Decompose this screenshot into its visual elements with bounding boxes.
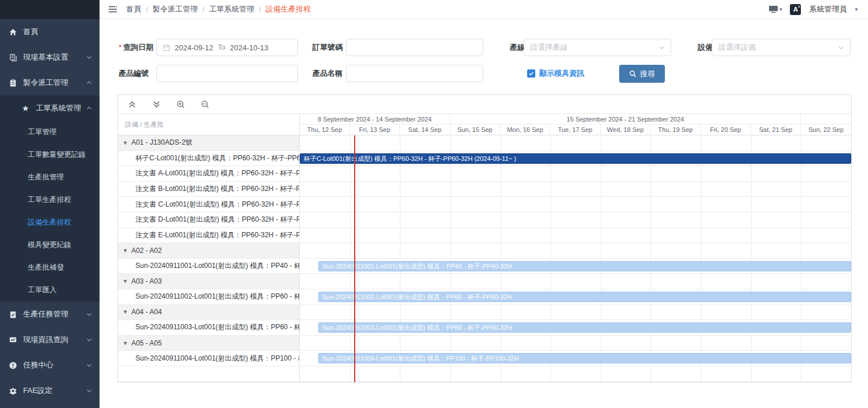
collapse-triangle-icon[interactable]: ▼ xyxy=(123,309,128,315)
show-mold-label: 顯示模具資訊 xyxy=(539,68,584,79)
gantt-task-row[interactable]: Sun-20240911002-Lot001(射出成型) 模具：PP60 - 杯… xyxy=(118,289,299,305)
gantt-task-row[interactable]: 注文書 C-Lot001(射出成型) 模具：PP60-32H - 杯子-PP6.… xyxy=(118,197,299,212)
gantt-task-row[interactable]: 注文書 B-Lot001(射出成型) 模具：PP60-32H - 杯子-PP6.… xyxy=(118,182,299,197)
zoom-out-icon[interactable] xyxy=(200,100,209,109)
gantt-task-row[interactable]: Sun-20240911001-Lot001(射出成型) 模具：PP40 - 杯… xyxy=(118,259,299,274)
gantt-group-row[interactable]: ▼A02 - A02 xyxy=(118,243,299,259)
zoom-in-icon[interactable] xyxy=(176,100,185,109)
gantt-bar[interactable]: Sun-20240911002-Lot001(射出成型) 模具：PP60 - 杯… xyxy=(318,292,851,302)
search-button[interactable]: 搜尋 xyxy=(619,65,665,83)
group-label: A03 - A03 xyxy=(131,277,162,285)
gantt-task-row[interactable]: Sun-20240911003-Lot001(射出成型) 模具：PP60 - 杯… xyxy=(118,320,299,336)
day-header-cell: Sun, 15 Sep xyxy=(450,124,501,135)
gear-icon xyxy=(8,386,17,395)
product-code-input[interactable] xyxy=(156,65,298,82)
collapse-triangle-icon[interactable]: ▼ xyxy=(123,140,128,146)
sidebar-subitem-設備生產排程[interactable]: 設備生產排程 xyxy=(0,211,100,234)
order-number-input[interactable] xyxy=(346,39,483,56)
sidebar-subitem-工單匯入[interactable]: 工單匯入 xyxy=(0,279,100,302)
sidebar-item-label: 現場基本設置 xyxy=(23,52,86,63)
resource-column-header: 設備 / 生產批 xyxy=(118,114,300,135)
user-caret-icon: ▾ xyxy=(855,6,858,12)
timeline-row xyxy=(300,182,851,197)
sidebar-item-生產任務管理[interactable]: 生產任務管理 xyxy=(0,302,100,327)
task-label: 注文書 C-Lot001(射出成型) 模具：PP60-32H - 杯子-PP6.… xyxy=(135,200,299,209)
gantt-group-row[interactable]: ▼A01 - J130ADS-2號 xyxy=(118,135,299,151)
collapse-triangle-icon[interactable]: ▼ xyxy=(123,278,128,284)
sidebar-item-label: 生產任務管理 xyxy=(23,309,86,319)
sidebar-subitem-模具變更紀錄[interactable]: 模具變更紀錄 xyxy=(0,234,100,256)
sidebar-item-FAE設定[interactable]: FAE設定 xyxy=(0,378,100,403)
gantt-empty-row xyxy=(118,366,299,382)
monitor-chart-icon xyxy=(8,335,17,344)
display-icon[interactable]: ▾ xyxy=(768,5,782,14)
gantt-task-row[interactable]: 注文書 E-Lot001(射出成型) 模具：PP60-32H - 杯子-PP6.… xyxy=(118,228,299,244)
breadcrumb-item-工單系統管理[interactable]: 工單系統管理 xyxy=(209,4,254,14)
sidebar-subitem-生產批管理[interactable]: 生產批管理 xyxy=(0,166,100,189)
breadcrumb-separator: / xyxy=(259,5,261,14)
task-label: 注文書 E-Lot001(射出成型) 模具：PP60-32H - 杯子-PP6.… xyxy=(135,230,299,240)
language-icon[interactable]: Az xyxy=(790,4,801,15)
breadcrumb-item-首頁[interactable]: 首頁 xyxy=(126,4,141,14)
sidebar-item-現場資訊查詢[interactable]: 現場資訊查詢 xyxy=(0,327,100,352)
show-mold-checkbox[interactable]: 顯示模具資訊 xyxy=(527,68,584,79)
sidebar-item-工單系統管理[interactable]: ★工單系統管理 xyxy=(0,95,100,121)
breadcrumb-separator: / xyxy=(203,5,205,14)
gantt-bar[interactable]: Sun-20240911004-Lot001(射出成型) 模具：PP100 - … xyxy=(318,353,851,363)
gantt-task-row[interactable]: 注文書 A-Lot001(射出成型) 模具：PP60-32H - 杯子-PP6.… xyxy=(118,166,299,182)
group-label: A02 - A02 xyxy=(131,247,162,255)
sidebar-item-製令派工管理[interactable]: 製令派工管理 xyxy=(0,70,100,95)
production-line-label: 產線 xyxy=(510,39,525,56)
timeline-row xyxy=(300,197,851,212)
collapse-triangle-icon[interactable]: ▼ xyxy=(123,248,128,253)
timeline-row xyxy=(300,366,851,382)
order-number-label: 訂單號碼 xyxy=(312,39,343,56)
sidebar-item-現場基本設置[interactable]: 現場基本設置 xyxy=(0,45,100,70)
timeline-row xyxy=(300,212,851,228)
gantt-bar[interactable]: 杯子C-Lot001(射出成型) 模具：PP60-32H - 杯子-PP60-3… xyxy=(300,153,851,164)
sidebar-subitem-生產批補發[interactable]: 生產批補發 xyxy=(0,256,100,279)
product-name-input[interactable] xyxy=(346,65,483,82)
gantt-group-row[interactable]: ▼A04 - A04 xyxy=(118,305,299,321)
sidebar-logo-area xyxy=(0,0,100,19)
timeline-row xyxy=(300,166,851,182)
date-start-value[interactable]: 2024-09-12 xyxy=(175,43,214,52)
sidebar-subitem-工單生產排程[interactable]: 工單生產排程 xyxy=(0,189,100,211)
sidebar-collapse-icon[interactable] xyxy=(108,4,118,14)
expand-all-icon[interactable] xyxy=(152,100,161,109)
date-end-value[interactable]: 2024-10-13 xyxy=(230,43,269,52)
sidebar-subitem-工單數量變更記錄[interactable]: 工單數量變更記錄 xyxy=(0,144,100,166)
day-header-cell: Wed, 18 Sep xyxy=(601,124,651,135)
date-range-input[interactable]: 2024-09-12 To 2024-10-13 xyxy=(156,39,298,56)
sidebar-item-首頁[interactable]: 首頁 xyxy=(0,19,100,45)
task-label: Sun-20240911004-Lot001(射出成型) 模具：PP100 - … xyxy=(135,354,299,363)
chevron-down-icon xyxy=(659,45,665,51)
gantt-group-row[interactable]: ▼A03 - A03 xyxy=(118,274,299,289)
gantt-bar[interactable]: Sun-20240911001-Lot001(射出成型) 模具：PP40 - 杯… xyxy=(318,261,851,271)
clipboard-icon xyxy=(8,78,17,87)
group-label: A05 - A05 xyxy=(131,339,162,347)
sidebar: 首頁現場基本設置製令派工管理★工單系統管理工單管理工單數量變更記錄生產批管理工單… xyxy=(0,0,100,408)
day-header-cell: Fri, 13 Sep xyxy=(350,124,400,135)
gantt-task-row[interactable]: 杯子C-Lot001(射出成型) 模具：PP60-32H - 杯子-PP60-3… xyxy=(118,151,299,167)
collapse-triangle-icon[interactable]: ▼ xyxy=(123,340,128,346)
collapse-all-icon[interactable] xyxy=(127,100,137,109)
day-header-cell: Mon, 16 Sep xyxy=(501,124,551,135)
sidebar-subitem-工單管理[interactable]: 工單管理 xyxy=(0,121,100,144)
sidebar-section-工單系統管理: ★工單系統管理工單管理工單數量變更記錄生產批管理工單生產排程設備生產排程模具變更… xyxy=(0,95,100,302)
sidebar-item-label: 首頁 xyxy=(23,27,93,37)
user-menu[interactable]: 系統管理員 xyxy=(809,4,847,14)
gantt-task-row[interactable]: 注文書 D-Lot001(射出成型) 模具：PP60-32H - 杯子-PP6.… xyxy=(118,212,299,228)
equipment-select[interactable]: 請選擇設備 xyxy=(712,39,851,56)
sidebar-item-任務中心[interactable]: 任務中心 xyxy=(0,352,100,378)
group-label: A01 - J130ADS-2號 xyxy=(131,138,192,148)
breadcrumb-item-設備生產排程: 設備生產排程 xyxy=(266,4,311,14)
breadcrumb-item-製令派工管理[interactable]: 製令派工管理 xyxy=(153,4,198,14)
production-line-select[interactable]: 請選擇產線 xyxy=(524,39,671,56)
gantt-task-row[interactable]: Sun-20240911004-Lot001(射出成型) 模具：PP100 - … xyxy=(118,351,299,366)
gantt-bar[interactable]: Sun-20240911003-Lot001(射出成型) 模具：PP60 - 杯… xyxy=(318,322,851,333)
timeline-row: Sun-20240911002-Lot001(射出成型) 模具：PP60 - 杯… xyxy=(300,289,851,305)
product-name-label: 產品名稱 xyxy=(312,65,343,82)
gantt-group-row[interactable]: ▼A05 - A05 xyxy=(118,336,299,351)
week-header-row: 8 September 2024 - 14 September 202415 S… xyxy=(300,114,851,124)
